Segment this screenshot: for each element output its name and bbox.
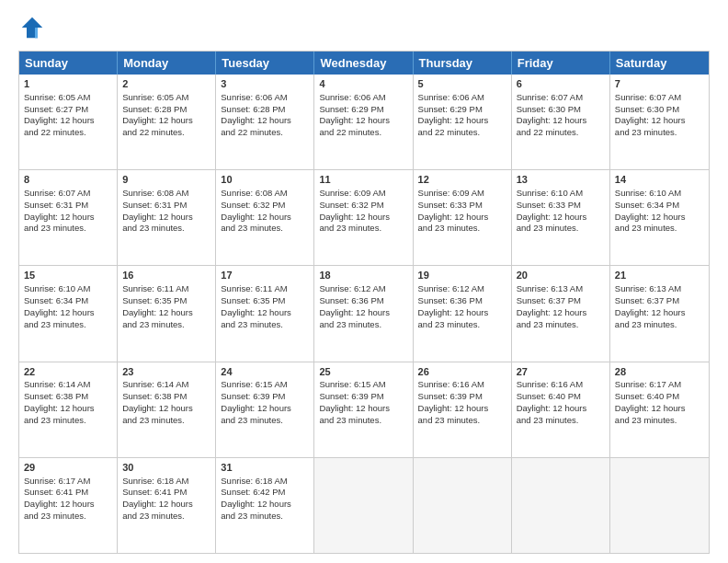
day-number: 31 bbox=[221, 461, 309, 475]
sunset: Sunset: 6:34 PM bbox=[615, 200, 679, 210]
daylight-label: Daylight: 12 hours bbox=[221, 499, 291, 509]
sunrise: Sunrise: 6:08 AM bbox=[122, 188, 188, 198]
cal-cell: 30Sunrise: 6:18 AMSunset: 6:41 PMDayligh… bbox=[118, 458, 216, 553]
daylight-label: Daylight: 12 hours bbox=[122, 499, 193, 509]
day-number: 29 bbox=[24, 461, 112, 475]
daylight-label: Daylight: 12 hours bbox=[122, 115, 193, 125]
sunset: Sunset: 6:39 PM bbox=[418, 391, 483, 401]
sunset: Sunset: 6:40 PM bbox=[615, 391, 679, 401]
sunrise: Sunrise: 6:10 AM bbox=[517, 188, 583, 198]
sunset: Sunset: 6:30 PM bbox=[517, 104, 581, 114]
day-number: 6 bbox=[517, 77, 605, 91]
day-number: 1 bbox=[24, 77, 112, 91]
sunset: Sunset: 6:31 PM bbox=[122, 200, 187, 210]
daylight-mins: and 22 minutes. bbox=[418, 127, 481, 137]
sunrise: Sunrise: 6:17 AM bbox=[24, 476, 90, 486]
sunrise: Sunrise: 6:06 AM bbox=[221, 92, 287, 102]
cal-header-day: Wednesday bbox=[314, 52, 413, 75]
day-number: 17 bbox=[221, 269, 309, 282]
sunset: Sunset: 6:41 PM bbox=[24, 487, 88, 497]
cal-row: 22Sunrise: 6:14 AMSunset: 6:38 PMDayligh… bbox=[19, 362, 709, 457]
cal-cell: 2Sunrise: 6:05 AMSunset: 6:28 PMDaylight… bbox=[118, 75, 216, 169]
cal-cell: 13Sunrise: 6:10 AMSunset: 6:33 PMDayligh… bbox=[512, 170, 610, 265]
daylight-mins: and 23 minutes. bbox=[615, 127, 677, 137]
daylight-mins: and 23 minutes. bbox=[517, 319, 579, 329]
sunset: Sunset: 6:39 PM bbox=[319, 391, 383, 401]
cal-cell: 1Sunrise: 6:05 AMSunset: 6:27 PMDaylight… bbox=[19, 75, 118, 169]
sunset: Sunset: 6:40 PM bbox=[517, 391, 581, 401]
day-number: 15 bbox=[24, 269, 112, 282]
daylight-label: Daylight: 12 hours bbox=[418, 115, 489, 125]
sunset: Sunset: 6:29 PM bbox=[418, 104, 483, 114]
cal-cell: 20Sunrise: 6:13 AMSunset: 6:37 PMDayligh… bbox=[512, 266, 610, 361]
cal-cell: 26Sunrise: 6:16 AMSunset: 6:39 PMDayligh… bbox=[414, 362, 512, 457]
daylight-mins: and 23 minutes. bbox=[615, 319, 677, 329]
sunset: Sunset: 6:30 PM bbox=[615, 104, 679, 114]
cal-cell: 19Sunrise: 6:12 AMSunset: 6:36 PMDayligh… bbox=[414, 266, 512, 361]
cal-cell: 7Sunrise: 6:07 AMSunset: 6:30 PMDaylight… bbox=[610, 75, 709, 169]
daylight-mins: and 22 minutes. bbox=[517, 127, 579, 137]
sunset: Sunset: 6:35 PM bbox=[122, 295, 187, 305]
sunrise: Sunrise: 6:07 AM bbox=[24, 188, 90, 198]
sunset: Sunset: 6:32 PM bbox=[319, 200, 383, 210]
sunset: Sunset: 6:37 PM bbox=[615, 295, 679, 305]
cal-cell: 14Sunrise: 6:10 AMSunset: 6:34 PMDayligh… bbox=[610, 170, 709, 265]
cal-cell: 3Sunrise: 6:06 AMSunset: 6:28 PMDaylight… bbox=[216, 75, 314, 169]
daylight-mins: and 22 minutes. bbox=[122, 127, 185, 137]
daylight-mins: and 23 minutes. bbox=[24, 511, 86, 521]
calendar: SundayMondayTuesdayWednesdayThursdayFrid… bbox=[18, 51, 710, 554]
daylight-mins: and 22 minutes. bbox=[319, 127, 381, 137]
day-number: 12 bbox=[418, 173, 506, 187]
day-number: 5 bbox=[418, 77, 506, 91]
header bbox=[18, 14, 710, 41]
day-number: 2 bbox=[122, 77, 210, 91]
day-number: 9 bbox=[122, 173, 210, 187]
cal-cell: 27Sunrise: 6:16 AMSunset: 6:40 PMDayligh… bbox=[512, 362, 610, 457]
cal-cell: 4Sunrise: 6:06 AMSunset: 6:29 PMDaylight… bbox=[314, 75, 413, 169]
daylight-mins: and 23 minutes. bbox=[319, 319, 381, 329]
sunrise: Sunrise: 6:07 AM bbox=[615, 92, 681, 102]
calendar-header: SundayMondayTuesdayWednesdayThursdayFrid… bbox=[19, 52, 709, 75]
daylight-label: Daylight: 12 hours bbox=[24, 307, 95, 317]
sunset: Sunset: 6:34 PM bbox=[24, 295, 88, 305]
calendar-body: 1Sunrise: 6:05 AMSunset: 6:27 PMDaylight… bbox=[19, 75, 709, 553]
daylight-mins: and 23 minutes. bbox=[319, 223, 381, 233]
daylight-label: Daylight: 12 hours bbox=[319, 115, 390, 125]
cal-cell: 6Sunrise: 6:07 AMSunset: 6:30 PMDaylight… bbox=[512, 75, 610, 169]
cal-cell: 31Sunrise: 6:18 AMSunset: 6:42 PMDayligh… bbox=[216, 458, 314, 553]
day-number: 20 bbox=[517, 269, 605, 282]
daylight-mins: and 23 minutes. bbox=[517, 415, 579, 425]
cal-cell: 16Sunrise: 6:11 AMSunset: 6:35 PMDayligh… bbox=[118, 266, 216, 361]
sunset: Sunset: 6:33 PM bbox=[517, 200, 581, 210]
sunrise: Sunrise: 6:10 AM bbox=[615, 188, 681, 198]
daylight-mins: and 23 minutes. bbox=[615, 415, 677, 425]
sunset: Sunset: 6:38 PM bbox=[122, 391, 187, 401]
daylight-label: Daylight: 12 hours bbox=[615, 307, 686, 317]
cal-row: 29Sunrise: 6:17 AMSunset: 6:41 PMDayligh… bbox=[19, 457, 709, 553]
sunset: Sunset: 6:32 PM bbox=[221, 200, 285, 210]
sunset: Sunset: 6:41 PM bbox=[122, 487, 187, 497]
day-number: 23 bbox=[122, 365, 210, 379]
cal-row: 1Sunrise: 6:05 AMSunset: 6:27 PMDaylight… bbox=[19, 75, 709, 169]
cal-header-day: Saturday bbox=[610, 52, 709, 75]
sunset: Sunset: 6:31 PM bbox=[24, 200, 88, 210]
daylight-mins: and 23 minutes. bbox=[122, 319, 185, 329]
daylight-label: Daylight: 12 hours bbox=[615, 403, 686, 413]
day-number: 26 bbox=[418, 365, 506, 379]
daylight-mins: and 23 minutes. bbox=[122, 415, 185, 425]
daylight-mins: and 22 minutes. bbox=[221, 127, 283, 137]
sunrise: Sunrise: 6:05 AM bbox=[122, 92, 188, 102]
sunrise: Sunrise: 6:08 AM bbox=[221, 188, 287, 198]
cal-cell: 21Sunrise: 6:13 AMSunset: 6:37 PMDayligh… bbox=[610, 266, 709, 361]
daylight-label: Daylight: 12 hours bbox=[615, 115, 686, 125]
sunset: Sunset: 6:33 PM bbox=[418, 200, 483, 210]
cal-cell: 29Sunrise: 6:17 AMSunset: 6:41 PMDayligh… bbox=[19, 458, 118, 553]
cal-cell: 25Sunrise: 6:15 AMSunset: 6:39 PMDayligh… bbox=[314, 362, 413, 457]
day-number: 11 bbox=[319, 173, 407, 187]
sunset: Sunset: 6:42 PM bbox=[221, 487, 285, 497]
sunrise: Sunrise: 6:12 AM bbox=[319, 283, 385, 293]
day-number: 4 bbox=[319, 77, 407, 91]
cal-header-day: Thursday bbox=[414, 52, 512, 75]
daylight-label: Daylight: 12 hours bbox=[221, 403, 291, 413]
daylight-mins: and 23 minutes. bbox=[418, 415, 481, 425]
